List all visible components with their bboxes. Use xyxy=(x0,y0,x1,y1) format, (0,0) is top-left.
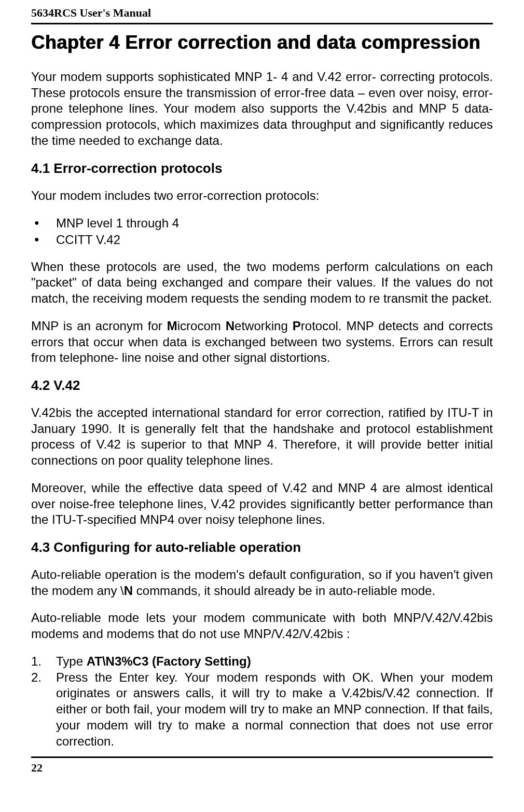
text: MNP is an acronym for xyxy=(31,319,167,333)
section-4-2-p2: Moreover, while the effective data speed… xyxy=(31,480,493,528)
text: Press the Enter key. Your modem responds… xyxy=(56,670,493,748)
item-number: 2. xyxy=(31,670,42,686)
footer-rule xyxy=(31,756,493,758)
list-item: 1. Type AT\N3%C3 (Factory Setting) xyxy=(31,654,493,670)
section-4-2-heading: 4.2 V.42 xyxy=(31,377,493,394)
list-item: 2. Press the Enter key. Your modem respo… xyxy=(31,670,493,750)
section-4-1-heading: 4.1 Error-correction protocols xyxy=(31,160,493,177)
bold-letter-p: P xyxy=(293,319,301,333)
bold-letter-n: N xyxy=(226,319,235,333)
section-4-3-p1: Auto-reliable operation is the modem's d… xyxy=(31,567,493,599)
text: Type xyxy=(56,654,87,668)
bold-backslash-n: N xyxy=(124,584,133,598)
configure-steps-list: 1. Type AT\N3%C3 (Factory Setting) 2. Pr… xyxy=(31,654,493,749)
page-number: 22 xyxy=(31,761,493,775)
header-rule xyxy=(31,23,493,24)
chapter-title: Chapter 4 Error correction and data comp… xyxy=(31,32,493,53)
section-4-2-p1: V.42bis the accepted international stand… xyxy=(31,405,493,469)
section-4-1-p3: MNP is an acronym for Microcom Networkin… xyxy=(31,318,493,366)
item-number: 1. xyxy=(31,654,42,670)
list-item: MNP level 1 through 4 xyxy=(31,215,493,231)
section-4-3-heading: 4.3 Configuring for auto-reliable operat… xyxy=(31,539,493,556)
text: icrocom xyxy=(177,319,226,333)
text: etworking xyxy=(235,319,293,333)
error-protocol-list: MNP level 1 through 4 CCITT V.42 xyxy=(31,215,493,247)
section-4-1-p1: Your modem includes two error-correction… xyxy=(31,188,493,204)
at-command: AT\N3%C3 (Factory Setting) xyxy=(87,654,251,668)
intro-paragraph: Your modem supports sophisticated MNP 1-… xyxy=(31,69,493,149)
list-item: CCITT V.42 xyxy=(31,232,493,248)
section-4-1-p2: When these protocols are used, the two m… xyxy=(31,259,493,307)
running-header: 5634RCS User's Manual xyxy=(31,6,493,20)
section-4-3-p2: Auto-reliable mode lets your modem commu… xyxy=(31,610,493,642)
bold-letter-m: M xyxy=(167,319,177,333)
text: commands, it should already be in auto-r… xyxy=(133,584,435,598)
